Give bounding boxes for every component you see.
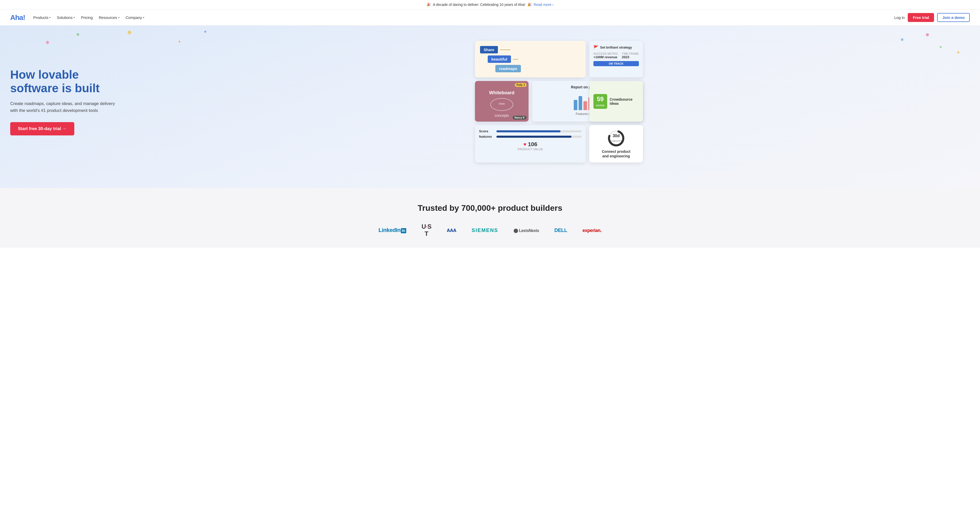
lexisnexis-logo-text: ⬤ LexisNexis (514, 228, 539, 233)
ust-logo: U·ST (422, 223, 431, 238)
strategy-metric-row: SUCCESS METRIC +100M revenue TIME FRAME … (593, 53, 639, 59)
hero-left: How lovable software is built Create roa… (10, 68, 133, 136)
hero-right: Share beautiful roadmaps 🚩 Set bri (148, 41, 970, 163)
join-demo-button[interactable]: Join a demo (937, 13, 970, 22)
flag-icon: 🚩 (593, 45, 598, 50)
navigation: Aha! Products ▾ Solutions ▾ Pricing Reso… (0, 10, 980, 26)
share-chip: Share (480, 46, 498, 53)
ust-logo-text: U·ST (422, 223, 431, 237)
lexisnexis-logo: ⬤ LexisNexis (514, 227, 539, 233)
nav-products[interactable]: Products ▾ (33, 15, 51, 20)
login-link[interactable]: Log in (894, 15, 905, 20)
roadmap-row-2: beautiful (480, 56, 581, 63)
bar-1 (574, 100, 578, 110)
whiteboard-sub1: new (491, 99, 513, 105)
whiteboard-title: Whiteboard (479, 90, 525, 96)
timeframe-value: 2023 (622, 55, 639, 59)
cta-button[interactable]: Start free 30-day trial → (10, 122, 74, 136)
ideas-card: 59 VOTED Crowdsource ideas (589, 81, 643, 121)
strategy-card: 🚩 Set brilliant strategy SUCCESS METRIC … (589, 41, 643, 77)
siemens-logo-text: SIEMENS (472, 227, 498, 233)
announcement-bar: 🎉 A decade of daring to deliver: Celebra… (0, 0, 980, 10)
nav-pricing[interactable]: Pricing (81, 15, 93, 20)
score-row-2: features (479, 135, 582, 139)
hero-section: How lovable software is built Create roa… (0, 26, 980, 188)
metric-label: SUCCESS METRIC (593, 53, 618, 55)
score-bar-1-bg (496, 130, 582, 132)
timeframe-label: TIME FRAME (622, 53, 639, 55)
score-number: 106 (528, 141, 538, 148)
siemens-logo: SIEMENS (472, 227, 498, 233)
heart-icon: ♥ (523, 142, 527, 147)
bar-2 (579, 96, 582, 110)
chevron-down-icon: ▾ (49, 16, 51, 19)
whiteboard-card: Polly J Whiteboard new concepts Nancy K (475, 81, 528, 121)
ideas-text: Crowdsource ideas (610, 97, 639, 105)
score-label-1: Score (479, 129, 494, 133)
nancy-tag: Nancy K (513, 116, 527, 120)
experian-logo-text: experian. (582, 228, 601, 233)
linkedin-logo-text: LinkedInin (379, 227, 406, 233)
score-bar-2-bg (496, 136, 582, 138)
gauge-number: 30d (611, 134, 622, 138)
score-bottom: ♥ 106 (479, 141, 582, 148)
nav-logo[interactable]: Aha! (10, 14, 25, 22)
read-more-link[interactable]: Read more › (534, 3, 554, 6)
logos-row: LinkedInin U·ST AAA SIEMENS ⬤ LexisNexis… (10, 223, 970, 238)
gauge-unit: CAPACITY (611, 140, 622, 142)
roadmap-row-1: Share (480, 46, 581, 53)
free-trial-button[interactable]: Free trial (908, 13, 934, 22)
hero-heading: How lovable software is built (10, 68, 133, 95)
trusted-heading: Trusted by 700,000+ product builders (10, 203, 970, 213)
score-bar-2-fill (496, 136, 571, 138)
voted-badge: 59 VOTED (593, 94, 607, 109)
strategy-header: 🚩 Set brilliant strategy (593, 45, 639, 50)
nav-solutions[interactable]: Solutions ▾ (57, 15, 75, 20)
voted-label: VOTED (596, 104, 605, 107)
score-label-2: features (479, 135, 494, 139)
ui-cards-grid: Share beautiful roadmaps 🚩 Set bri (475, 41, 643, 163)
announcement-emoji-left: 🎉 (426, 3, 431, 6)
chevron-down-icon: ▾ (143, 16, 144, 19)
whiteboard-oval: new (490, 98, 513, 111)
nav-company[interactable]: Company ▾ (126, 15, 144, 20)
score-row-1: Score (479, 129, 582, 133)
hero-subtext: Create roadmaps, capture ideas, and mana… (10, 100, 118, 114)
dell-logo-text: DELL (554, 227, 567, 233)
experian-logo: experian. (582, 227, 601, 233)
linkedin-logo: LinkedInin (379, 227, 406, 233)
circle-gauge: 30d CAPACITY (607, 129, 625, 147)
polly-tag: Polly J (515, 83, 527, 87)
metric-value: +100M revenue (593, 55, 618, 59)
gauge-center: 30d CAPACITY (611, 134, 622, 143)
roadmaps-chip: roadmaps (495, 65, 521, 72)
roadmap-card: Share beautiful roadmaps (475, 41, 586, 77)
aaa-logo-text: AAA (447, 228, 456, 233)
nav-links: Products ▾ Solutions ▾ Pricing Resources… (33, 15, 886, 20)
announcement-emoji-right: 🎉 (527, 3, 531, 6)
chevron-down-icon: ▾ (118, 16, 119, 19)
score-sublabel: PRODUCT VALUE (479, 148, 582, 151)
strategy-title: Set brilliant strategy (600, 45, 632, 49)
connect-title: Connect product and engineering (593, 149, 639, 158)
roadmap-words: Share beautiful roadmaps (480, 46, 581, 72)
on-track-badge: ON TRACK (593, 61, 639, 66)
nav-actions: Log in Free trial Join a demo (894, 13, 970, 22)
roadmap-row-3: roadmaps (480, 65, 581, 72)
announcement-text: A decade of daring to deliver: Celebrati… (433, 3, 525, 6)
bar-3 (584, 101, 587, 110)
beautiful-chip: beautiful (488, 56, 511, 63)
score-card: Score features ♥ 106 PRODUCT VALUE (475, 125, 586, 163)
nav-resources[interactable]: Resources ▾ (99, 15, 119, 20)
aaa-logo: AAA (447, 227, 456, 233)
chevron-down-icon: ▾ (73, 16, 75, 19)
connect-card: 30d CAPACITY Connect product and enginee… (589, 125, 643, 163)
trusted-section: Trusted by 700,000+ product builders Lin… (0, 188, 980, 247)
dell-logo: DELL (554, 227, 567, 233)
voted-number: 59 (596, 96, 605, 103)
score-bar-1-fill (496, 130, 560, 132)
